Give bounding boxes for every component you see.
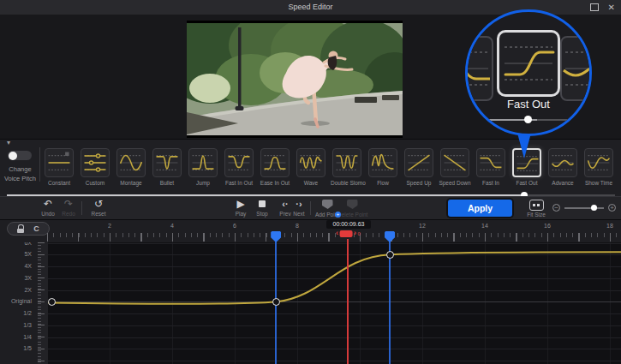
next-button[interactable]: ·› Next — [284, 199, 313, 217]
preset-label: Fast In — [475, 180, 507, 186]
preset-montage[interactable]: Montage — [115, 148, 147, 186]
voice-pitch-label-line1: Change — [0, 165, 40, 173]
zoom-slider-handle[interactable] — [591, 205, 597, 211]
magnet-icon[interactable]: C — [33, 225, 39, 233]
preset-label: Jump — [187, 180, 219, 186]
reset-icon: ↺ — [84, 199, 113, 210]
preset-magnifier: Fast Out — [465, 9, 592, 136]
preset-fast-in[interactable]: Fast In — [475, 148, 507, 186]
preset-label: Montage — [115, 180, 147, 186]
close-icon[interactable]: ✕ — [608, 3, 615, 12]
voice-pitch-label-line2: Voice Pitch — [0, 175, 40, 182]
preset-label: Double Slomo — [331, 180, 363, 186]
preset-label: Show Time — [582, 180, 615, 186]
ease-in-out-curve-icon — [260, 148, 290, 177]
preview-stage: Fast Out — [0, 15, 621, 139]
ruler-ticks[interactable] — [47, 233, 619, 237]
toolbar-separator — [81, 201, 82, 215]
speed-up-curve-icon — [404, 148, 433, 177]
preset-label: Ease In Out — [259, 180, 291, 186]
zoom-slider-track[interactable] — [564, 207, 604, 209]
ruler-number: 14 — [481, 223, 488, 229]
speed-label-1-3: 1/3 — [23, 322, 32, 328]
delete-point-flag-icon — [337, 200, 367, 211]
ruler-number: 4 — [170, 223, 174, 229]
preset-label: Flow — [367, 180, 399, 186]
redo-button[interactable]: ↷ Redo — [54, 199, 83, 217]
preset-double-slomo[interactable]: Double Slomo — [331, 148, 363, 186]
advance-curve-icon — [548, 148, 577, 177]
reset-button[interactable]: ↺ Reset — [84, 199, 113, 217]
collapse-caret-icon[interactable]: ▾ — [7, 140, 10, 146]
preset-label: Advance — [546, 180, 579, 186]
ballet-dancer-frame — [187, 23, 403, 135]
preset-label: Custom — [79, 180, 111, 186]
speed-label-2x: 2X — [24, 287, 32, 293]
speed-down-curve-icon — [440, 148, 469, 177]
preset-speed-up[interactable]: Speed Up — [403, 148, 435, 186]
playhead-grip[interactable] — [340, 230, 353, 237]
speed-label-4x: 4X — [24, 263, 32, 269]
preset-label: Fast Out — [511, 180, 543, 186]
magnified-fast-in-thumb — [465, 36, 493, 101]
toggle-knob — [9, 152, 17, 160]
ruler-number: 18 — [606, 223, 613, 229]
speed-label-1-5: 1/5 — [23, 345, 32, 351]
playhead-handle[interactable]: ‹ › 0 — [336, 230, 361, 237]
preset-jump[interactable]: Jump — [187, 148, 219, 186]
apply-button[interactable]: Apply — [448, 200, 512, 217]
fast-in-out-curve-icon — [224, 148, 254, 177]
curve-control-point[interactable] — [48, 298, 56, 306]
preset-label: Speed Down — [439, 180, 471, 186]
playhead-left-arrow-icon[interactable]: ‹ — [336, 230, 338, 237]
playhead-right-arrow-icon[interactable]: › — [354, 230, 356, 237]
timeline-ruler: C 24681012141618 00:00:09.63 ‹ › 0 — [0, 220, 621, 242]
bullet-curve-icon — [152, 148, 182, 177]
panel-divider — [39, 147, 40, 182]
ruler-number: 16 — [544, 223, 551, 229]
preset-show-time[interactable]: Show Time — [582, 148, 615, 186]
flow-curve-icon — [368, 148, 397, 177]
wave-curve-icon — [296, 148, 325, 177]
delete-point-button[interactable]: Delete Point — [337, 199, 367, 218]
preset-speed-down[interactable]: Speed Down — [439, 148, 471, 186]
lock-icon[interactable] — [17, 224, 24, 233]
preset-constant[interactable]: Constant — [43, 148, 75, 186]
speed-curve-graph: 6X5X4X3X2XOriginal1/21/31/41/5 — [0, 242, 621, 364]
speed-label-original: Original — [11, 298, 32, 304]
magnified-preset-label: Fast Out — [468, 98, 589, 110]
speed-label-1-2: 1/2 — [23, 310, 32, 316]
preset-wave[interactable]: Wave — [295, 148, 327, 186]
vertical-mini-ruler — [38, 242, 48, 364]
jump-curve-icon — [188, 148, 218, 177]
toolbar-separator — [310, 201, 311, 215]
preset-label: Wave — [295, 180, 327, 186]
magnified-scrollbar-handle — [524, 116, 532, 123]
preset-ease-in-out[interactable]: Ease In Out — [259, 148, 291, 186]
redo-icon: ↷ — [54, 199, 83, 210]
voice-pitch-toggle[interactable] — [8, 151, 32, 160]
toolbar: ↶ Undo ↷ Redo ↺ Reset ▶ Play Stop ‹· Pre… — [0, 196, 621, 220]
custom-curve-icon — [81, 148, 110, 177]
preset-fast-in-out[interactable]: Fast In Out — [223, 148, 255, 186]
preset-flow[interactable]: Flow — [367, 148, 399, 186]
preset-bullet[interactable]: Bullet — [151, 148, 183, 186]
fit-size-button[interactable]: Fit Size — [522, 200, 551, 218]
ruler-number: 2 — [108, 223, 111, 229]
speed-scale-labels: 6X5X4X3X2XOriginal1/21/31/41/5 — [0, 242, 38, 364]
zoom-in-icon[interactable]: + — [608, 204, 616, 212]
fast-in-curve-icon — [476, 148, 505, 177]
playhead-line — [347, 239, 349, 364]
keyframe-line — [389, 242, 391, 364]
maximize-icon[interactable] — [590, 3, 599, 11]
current-time-display: 00:00:09.63 — [326, 220, 371, 229]
speed-editor-window: Speed Editor ✕ — [0, 0, 621, 364]
speed-label-5x: 5X — [24, 251, 32, 257]
curve-control-point[interactable] — [272, 298, 280, 306]
speed-label-6x: 6X — [24, 242, 32, 246]
ruler-number: 12 — [419, 223, 426, 229]
preset-advance[interactable]: Advance — [546, 148, 579, 186]
preset-custom[interactable]: Custom — [79, 148, 111, 186]
zoom-out-icon[interactable]: − — [552, 204, 560, 212]
curve-control-point[interactable] — [386, 251, 394, 259]
